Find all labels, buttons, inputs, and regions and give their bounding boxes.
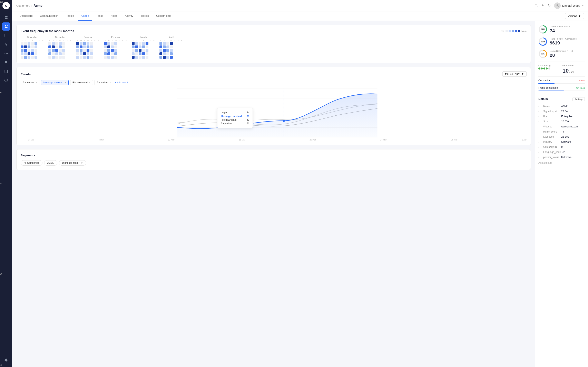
segment-acme[interactable]: ACME <box>44 160 57 166</box>
have-people-info: Have People + Companies 9619 <box>550 38 577 46</box>
search-icon[interactable] <box>535 4 538 8</box>
add-event-button[interactable]: + Add event <box>115 81 128 84</box>
divider-3 <box>538 94 585 94</box>
add-icon[interactable] <box>541 4 544 8</box>
chip-page-view-1[interactable]: Page view ✕ <box>21 80 39 85</box>
month-april: April SMTWTFS <box>159 36 183 59</box>
segment-all-companies[interactable]: All Companies <box>21 160 43 166</box>
profile-progress-fill <box>538 91 564 91</box>
legend-box-1 <box>509 30 511 32</box>
tab-tickets[interactable]: Tickets <box>137 11 152 21</box>
heatmap-title: Event frequency in the last 6 months <box>21 29 74 33</box>
svg-rect-3 <box>6 18 8 19</box>
tab-activity[interactable]: Activity <box>121 11 136 21</box>
eye-icon: 👁 <box>81 161 83 164</box>
profile-progress-bg <box>538 91 585 91</box>
star-5 <box>548 67 550 69</box>
topbar-right: Michael Wood ▼ <box>535 2 584 9</box>
bell-icon[interactable] <box>548 4 551 8</box>
creditcard-icon: ▪ <box>538 115 542 118</box>
star-3 <box>543 67 545 69</box>
nps-total: / 10 <box>570 70 574 73</box>
actions-button[interactable]: Actions ▼ <box>565 13 584 19</box>
svg-point-20 <box>535 4 537 6</box>
chart-tooltip: Login: 44 Message received: 38 File down… <box>217 108 253 128</box>
right-panel: 82% Global Health Score 74 92% <box>535 21 588 367</box>
tab-usage[interactable]: Usage <box>78 11 92 21</box>
mini-scores: CSM Rating NPS Score 10 <box>538 64 585 74</box>
have-people-donut: 92% <box>538 37 547 46</box>
user-menu[interactable]: Michael Wood ▼ <box>554 2 584 9</box>
tab-notes[interactable]: Notes <box>107 11 121 21</box>
tooltip-login: Login: 44 <box>221 111 249 114</box>
chip-x-icon[interactable]: ✕ <box>89 81 91 84</box>
chip-page-view-2[interactable]: Page view ✕ <box>95 80 113 85</box>
detail-lastseen: ▪ Last seen 23 Sep <box>538 134 585 140</box>
nps-value: 10 <box>562 67 569 74</box>
segments-card: Segments All Companies ACME Didnt use fe… <box>16 149 531 170</box>
legend-boxes <box>506 30 520 32</box>
chip-x-icon[interactable]: ✕ <box>109 81 111 84</box>
topbar: Customers › Acme Michael Wood <box>12 0 588 11</box>
tabs-bar: Dashboard Communication People Usage Tas… <box>12 11 588 21</box>
month-november: November SMTWTFS <box>21 36 44 59</box>
month-january: January SMTWTFS <box>76 36 100 59</box>
breadcrumb-separator: › <box>31 4 33 7</box>
building-icon: ▪ <box>538 105 542 108</box>
detail-plan: ▪ Plan Enterprise <box>538 114 585 119</box>
onboarding-row: Onboarding Stuck <box>538 79 585 82</box>
detail-companyid: ▪ Company ID 9 <box>538 145 585 150</box>
eye-icon-detail: ▪ <box>538 136 542 138</box>
detail-industry: ▪ Industry Software <box>538 140 585 145</box>
industry-icon: ▪ <box>538 141 542 143</box>
onboarding-progress-bg <box>538 83 585 84</box>
globe-icon: ▪ <box>538 125 542 128</box>
tab-communication[interactable]: Communication <box>37 11 62 21</box>
segment-didnt-use[interactable]: Didnt use featur 👁 <box>59 160 86 166</box>
divider <box>538 62 585 62</box>
chip-file-download[interactable]: File download ✕ <box>70 80 93 85</box>
tab-custom-data[interactable]: Custom data <box>153 11 174 21</box>
date-chevron-icon: ▼ <box>521 73 524 75</box>
add-tag-button[interactable]: Add tag <box>572 97 585 101</box>
month-december: December SMTWTFS <box>48 36 72 59</box>
detail-size: ▪ Size 20 000 <box>538 119 585 124</box>
heatmap-legend: Less More <box>500 30 527 32</box>
gear-companyid-icon: ▪ <box>538 146 542 149</box>
tab-people[interactable]: People <box>62 11 77 21</box>
tab-dashboard[interactable]: Dashboard <box>16 11 36 21</box>
chip-x-icon[interactable]: ✕ <box>65 81 66 84</box>
detail-name: ▪ Name ACME <box>538 104 585 109</box>
global-health-donut: 82% <box>538 25 547 34</box>
global-health-score-row: 82% Global Health Score 74 <box>538 25 585 34</box>
tab-tasks[interactable]: Tasks <box>93 11 106 21</box>
using-segments-percent: 63% <box>538 49 547 58</box>
onboarding-progress-fill <box>538 83 554 84</box>
add-attribute-button[interactable]: Add attribute <box>538 161 585 164</box>
filter-chips: Page view ✕ Message received ✕ File down… <box>21 80 527 85</box>
csm-rating: CSM Rating <box>538 64 561 74</box>
users-icon: ▪ <box>538 120 542 123</box>
month-march: March SMTWTFS <box>132 36 155 59</box>
heatmap-card: Event frequency in the last 6 months Les… <box>16 25 531 63</box>
detail-signup: ▪ Signed up at 23 Sep <box>538 109 585 114</box>
breadcrumb-parent[interactable]: Customers <box>16 4 30 7</box>
date-range-button[interactable]: Mar 04 - Apr 1 ▼ <box>502 71 527 77</box>
tabs-actions: Actions ▼ <box>565 13 584 19</box>
user-chevron-icon: ▼ <box>582 4 584 7</box>
chip-message-received[interactable]: Message received ✕ <box>41 80 68 85</box>
using-segments-row: 63% Using Segments (P+C) 28 <box>538 49 585 58</box>
page-content: Event frequency in the last 6 months Les… <box>12 21 535 367</box>
actions-chevron-icon: ▼ <box>578 15 581 17</box>
legend-box-0 <box>506 30 508 32</box>
legend-box-2 <box>512 30 514 32</box>
chip-x-icon[interactable]: ✕ <box>35 81 37 84</box>
legend-box-4 <box>518 30 520 32</box>
heatmap-grid: November SMTWTFS <box>21 36 527 59</box>
star-2 <box>541 67 543 69</box>
divider-2 <box>538 76 585 77</box>
svg-point-5 <box>7 25 8 26</box>
using-segments-info: Using Segments (P+C) 28 <box>550 50 573 58</box>
gear-language-icon: ▪ <box>538 151 542 154</box>
detail-website: ▪ Website www.acme.com <box>538 124 585 129</box>
